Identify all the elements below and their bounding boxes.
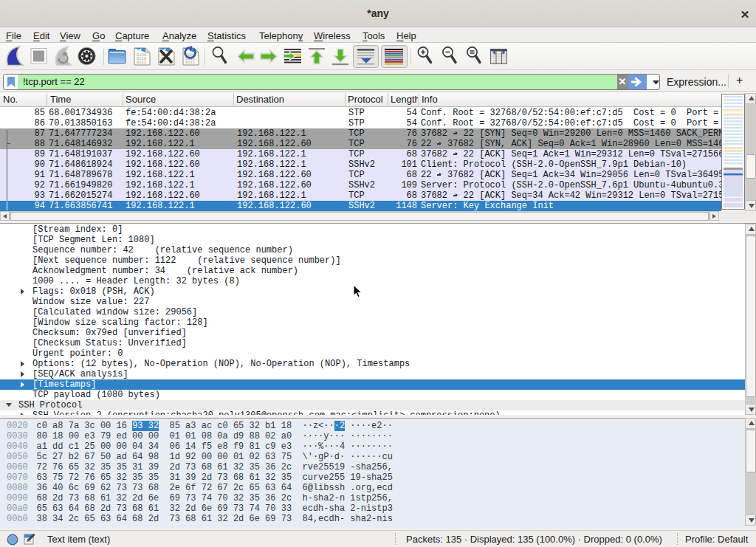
svg-text:0111: 0111 bbox=[137, 61, 146, 65]
